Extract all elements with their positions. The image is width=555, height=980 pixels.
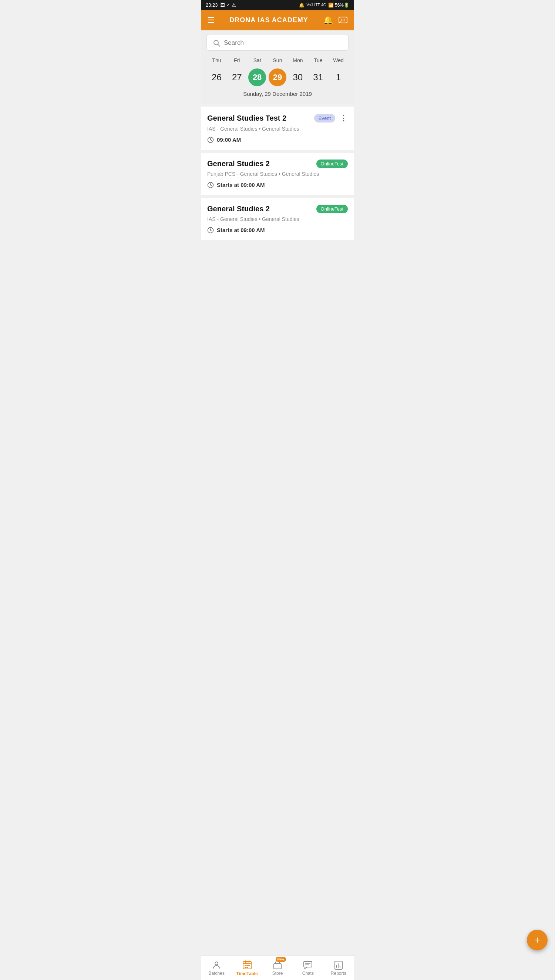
card-2-subtitle: Punjab PCS - General Studies • General S… — [207, 171, 348, 177]
card-2-badge: OnlineTest — [316, 159, 348, 168]
card-3-time: Starts at 09:00 AM — [207, 226, 348, 234]
day-tue: Tue — [308, 55, 328, 66]
search-container — [201, 30, 354, 55]
card-3-subtitle: IAS - General Studies • General Studies — [207, 216, 348, 222]
help-icon[interactable] — [338, 15, 348, 25]
svg-line-11 — [210, 185, 212, 186]
event-card-1[interactable]: General Studies Test 2 Event ⋮ IAS - Gen… — [201, 107, 354, 150]
date-29[interactable]: 29 — [268, 68, 288, 87]
date-28[interactable]: 28 — [247, 68, 268, 87]
svg-point-4 — [214, 40, 218, 45]
cards-container: General Studies Test 2 Event ⋮ IAS - Gen… — [201, 107, 354, 269]
date-28-circle: 28 — [248, 69, 266, 86]
date-26[interactable]: 26 — [207, 68, 227, 87]
day-mon: Mon — [287, 55, 308, 66]
search-bar[interactable] — [207, 35, 348, 51]
clock-icon-1 — [207, 136, 214, 143]
day-sun: Sun — [268, 55, 288, 66]
card-1-menu-button[interactable]: ⋮ — [338, 113, 348, 123]
svg-line-5 — [218, 45, 220, 46]
svg-line-14 — [210, 230, 212, 231]
notification-icon[interactable]: 🔔 — [323, 16, 333, 25]
app-title: DRONA IAS ACADEMY — [229, 16, 308, 24]
status-bar: 23:23 🖼 ✓ ⚠ 🔔 VoJ LTE 4G 📶 56%🔋 — [201, 0, 354, 10]
svg-point-2 — [342, 19, 343, 21]
date-30[interactable]: 30 — [287, 68, 308, 87]
event-card-2[interactable]: General Studies 2 OnlineTest Punjab PCS … — [201, 153, 354, 195]
svg-point-1 — [341, 19, 342, 21]
clock-icon-2 — [207, 181, 214, 188]
date-1[interactable]: 1 — [328, 68, 348, 87]
card-2-time: Starts at 09:00 AM — [207, 181, 348, 188]
status-right-icons: 🔔 VoJ LTE 4G 📶 56%🔋 — [299, 3, 349, 8]
day-wed: Wed — [328, 55, 348, 66]
card-1-subtitle: IAS - General Studies • General Studies — [207, 126, 348, 132]
card-3-title: General Studies 2 — [207, 205, 316, 213]
date-31[interactable]: 31 — [308, 68, 328, 87]
card-3-badge: OnlineTest — [316, 205, 348, 213]
card-1-time: 09:00 AM — [207, 136, 348, 143]
clock-icon-3 — [207, 226, 214, 234]
date-27[interactable]: 27 — [227, 68, 247, 87]
app-header: ☰ DRONA IAS ACADEMY 🔔 — [201, 10, 354, 30]
card-1-title: General Studies Test 2 — [207, 114, 314, 122]
svg-point-3 — [344, 19, 345, 21]
menu-button[interactable]: ☰ — [207, 16, 215, 25]
calendar-dates: 26 27 28 29 30 31 1 — [207, 68, 348, 87]
svg-line-8 — [210, 140, 212, 141]
search-icon — [213, 39, 220, 47]
status-time: 23:23 🖼 ✓ ⚠ — [206, 2, 236, 8]
date-29-circle: 29 — [269, 69, 286, 86]
day-fri: Fri — [227, 55, 247, 66]
day-sat: Sat — [247, 55, 268, 66]
header-icons: 🔔 — [323, 15, 348, 25]
event-card-3[interactable]: General Studies 2 OnlineTest IAS - Gener… — [201, 198, 354, 240]
card-2-title: General Studies 2 — [207, 159, 316, 168]
selected-date-label: Sunday, 29 December 2019 — [207, 91, 348, 98]
calendar-days: Thu Fri Sat Sun Mon Tue Wed — [207, 55, 348, 66]
calendar-section: Thu Fri Sat Sun Mon Tue Wed 26 27 28 29 … — [201, 55, 354, 104]
card-1-badge: Event — [314, 114, 335, 122]
search-input[interactable] — [224, 39, 342, 47]
day-thu: Thu — [207, 55, 227, 66]
